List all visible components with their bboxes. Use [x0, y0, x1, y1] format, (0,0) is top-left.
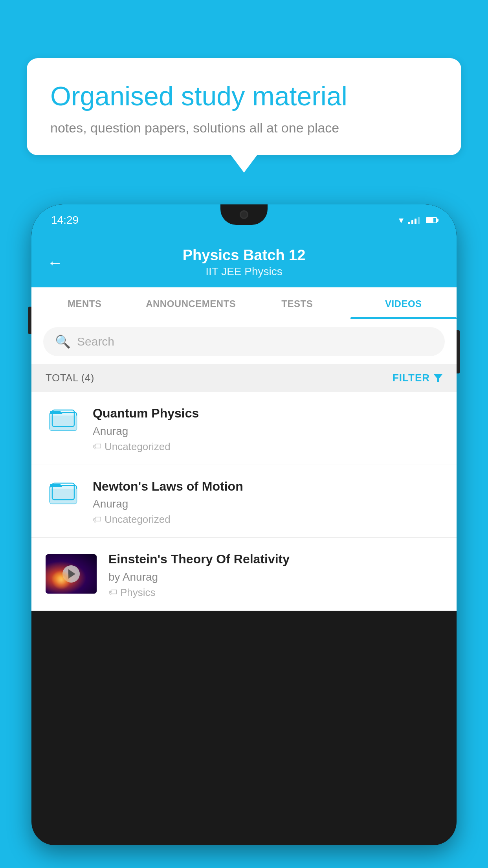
video-title: Newton's Laws of Motion: [93, 478, 442, 495]
video-tag: 🏷 Uncategorized: [93, 441, 442, 453]
phone-volume-button: [28, 307, 31, 334]
search-input[interactable]: Search: [77, 335, 114, 348]
cosmos-glow: [51, 570, 71, 590]
video-title: Quantum Physics: [93, 405, 442, 422]
phone-camera: [240, 210, 248, 219]
speech-bubble-container: Organised study material notes, question…: [27, 58, 461, 155]
list-item[interactable]: Newton's Laws of Motion Anurag 🏷 Uncateg…: [31, 465, 457, 538]
phone-mockup: 14:29 ▾ ← Physics Batch 12: [31, 204, 457, 868]
video-item-info: Einstein's Theory Of Relativity by Anura…: [108, 550, 442, 599]
filter-funnel-icon: [434, 374, 442, 382]
back-button[interactable]: ←: [47, 255, 63, 270]
battery-icon: [426, 217, 437, 223]
status-bar: 14:29 ▾: [31, 204, 457, 236]
tab-ments[interactable]: MENTS: [31, 287, 138, 319]
phone-power-button: [457, 330, 460, 373]
phone-notch: [220, 204, 268, 225]
signal-bar-3: [415, 219, 416, 224]
search-container: 🔍 Search: [31, 319, 457, 364]
video-title: Einstein's Theory Of Relativity: [108, 551, 442, 568]
folder-icon-container: [46, 404, 81, 435]
video-author: Anurag: [93, 498, 442, 510]
tag-icon: 🏷: [108, 587, 117, 598]
wifi-icon: ▾: [399, 215, 404, 226]
tag-icon: 🏷: [93, 515, 101, 525]
signal-bar-4: [418, 217, 420, 224]
video-list: Quantum Physics Anurag 🏷 Uncategorized: [31, 392, 457, 611]
tab-bar: MENTS ANNOUNCEMENTS TESTS VIDEOS: [31, 287, 457, 319]
video-item-info: Newton's Laws of Motion Anurag 🏷 Uncateg…: [93, 477, 442, 526]
video-tag: 🏷 Uncategorized: [93, 513, 442, 526]
batch-title: Physics Batch 12: [72, 247, 416, 264]
tab-videos[interactable]: VIDEOS: [350, 287, 457, 319]
signal-icon: [408, 216, 420, 224]
list-item[interactable]: Quantum Physics Anurag 🏷 Uncategorized: [31, 392, 457, 465]
svg-marker-0: [434, 374, 442, 382]
header-title-block: Physics Batch 12 IIT JEE Physics: [72, 247, 416, 278]
search-bar[interactable]: 🔍 Search: [43, 327, 445, 356]
speech-bubble-subtitle: notes, question papers, solutions all at…: [50, 120, 438, 136]
video-item-info: Quantum Physics Anurag 🏷 Uncategorized: [93, 404, 442, 453]
folder-icon: [49, 407, 77, 432]
video-author: by Anurag: [108, 571, 442, 583]
tag-icon: 🏷: [93, 441, 101, 452]
phone-time: 14:29: [51, 214, 79, 226]
batch-subtitle: IIT JEE Physics: [72, 265, 416, 278]
video-thumbnail: [46, 554, 97, 594]
tab-tests[interactable]: TESTS: [244, 287, 350, 319]
speech-bubble-title: Organised study material: [50, 80, 438, 112]
filter-bar: TOTAL (4) FILTER: [31, 364, 457, 392]
tab-announcements[interactable]: ANNOUNCEMENTS: [138, 287, 244, 319]
list-item[interactable]: Einstein's Theory Of Relativity by Anura…: [31, 538, 457, 611]
speech-bubble: Organised study material notes, question…: [27, 58, 461, 155]
total-count: TOTAL (4): [46, 372, 94, 384]
folder-icon-container: [46, 477, 81, 508]
signal-bar-1: [408, 222, 410, 224]
video-author: Anurag: [93, 425, 442, 438]
folder-icon: [49, 480, 77, 505]
video-tag: 🏷 Physics: [108, 587, 442, 599]
filter-button[interactable]: FILTER: [393, 372, 442, 384]
app-header: ← Physics Batch 12 IIT JEE Physics: [31, 236, 457, 287]
search-icon: 🔍: [55, 334, 71, 349]
status-icons: ▾: [399, 215, 437, 226]
phone-screen: 14:29 ▾ ← Physics Batch 12: [31, 204, 457, 845]
battery-fill: [427, 218, 433, 223]
signal-bar-2: [411, 220, 413, 224]
